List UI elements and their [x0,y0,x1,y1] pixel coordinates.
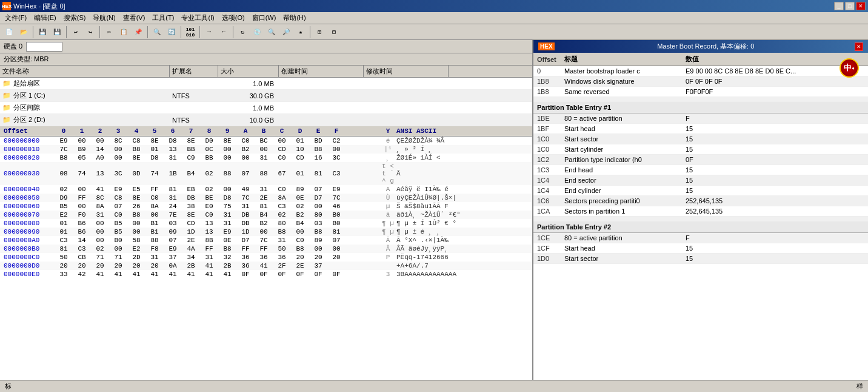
hex-byte[interactable]: 00 [273,137,291,144]
menu-navigate[interactable]: 导航(N) [89,12,119,24]
drive-input[interactable] [26,42,62,52]
hex-byte[interactable]: 37 [309,262,327,269]
hex-byte[interactable]: B8 [291,245,309,252]
hex-byte[interactable]: 07 [236,170,255,177]
hex-byte[interactable]: 36 [273,254,291,261]
hex-byte[interactable]: 41 [109,271,127,278]
hex-byte[interactable]: 00 [91,237,109,244]
hex-byte[interactable]: 00 [73,137,91,144]
file-row[interactable]: 📁 起始扇区 1.0 MB [0,78,532,90]
hex-byte[interactable]: D8 [145,154,164,161]
hex-byte[interactable]: 00 [73,203,91,210]
save-button[interactable]: 💾 [36,25,49,39]
hex-byte[interactable]: 75 [218,203,236,210]
hex-byte[interactable]: B8 [309,228,327,235]
file-row[interactable]: 📁 分区 1 (C:) NTFS 30.0 GB [0,90,532,102]
hex-byte[interactable]: 20 [127,262,145,269]
hex-byte[interactable]: B5 [109,220,127,227]
hex-byte[interactable]: 00 [109,245,127,252]
hex-byte[interactable]: B8 [127,146,145,153]
hex-byte[interactable]: 2D [127,254,145,261]
hex-byte[interactable]: 8E [127,154,145,161]
hex-byte[interactable]: FF [236,245,255,252]
hex-byte[interactable]: E2 [127,245,145,252]
hex-byte[interactable]: C0 [236,137,255,144]
hex-byte[interactable]: C0 [273,154,291,161]
hex-byte[interactable]: 1B [164,170,182,177]
new-button[interactable]: 📄 [2,25,16,39]
hex-byte[interactable]: 13 [91,170,109,177]
hex-byte[interactable]: 00 [145,211,164,218]
right-content[interactable]: Offset 标题 数值 0 Master bootstrap loader c… [533,53,868,392]
hex-byte[interactable]: 31 [273,237,291,244]
hex-byte[interactable]: 8E [182,211,200,218]
hex-data-row[interactable]: 0000000A0 C31400B05888072E8B0ED77C31C089… [0,236,532,245]
hex-data-row[interactable]: 000000030 0874133C0D741BB402880788670181… [0,162,532,185]
hex-byte[interactable]: C0 [200,211,218,218]
save-all-button[interactable]: 💾 [50,25,64,39]
hex-byte[interactable]: 8C [91,194,109,201]
hex-byte[interactable]: 10 [291,146,309,153]
right-close-button[interactable]: ✕ [855,42,863,51]
hex-byte[interactable]: 07 [164,237,182,244]
hex-byte[interactable]: 50 [55,254,73,261]
hex-byte[interactable]: 7C [55,146,73,153]
hex-byte[interactable]: 01 [55,228,73,235]
hex-byte[interactable]: 01 [291,170,309,177]
hex-byte[interactable]: 16 [309,154,327,161]
hex-byte[interactable]: B0 [327,220,346,227]
mbr-row[interactable]: 1B8 Same reversed F0F0F0F [533,87,868,97]
menu-options[interactable]: 选项(O) [218,12,249,24]
hex-byte[interactable]: 88 [255,170,273,177]
hex-byte[interactable]: 31 [218,220,236,227]
hex-byte[interactable]: CD [291,154,309,161]
hex-byte[interactable]: B0 [327,211,346,218]
hex-byte[interactable]: 71 [91,254,109,261]
hex-byte[interactable]: 58 [127,237,145,244]
hex-byte[interactable]: 36 [236,262,255,269]
hex-byte[interactable]: 81 [309,170,327,177]
menu-search[interactable]: 搜索(S) [60,12,90,24]
hex-byte[interactable]: 00 [91,220,109,227]
hex-byte[interactable]: 37 [164,254,182,261]
hex-byte[interactable]: 14 [73,237,91,244]
hex-byte[interactable]: 33 [55,271,73,278]
hex-byte[interactable]: 0D [127,170,145,177]
hex-byte[interactable]: 7C [327,194,346,201]
chinese-input-button[interactable]: 中♦ [840,58,859,78]
hex-button[interactable]: 101010 [184,25,197,39]
hex-byte[interactable]: 0C [200,146,218,153]
hex-byte[interactable]: 0E [218,237,236,244]
hex-byte[interactable]: 0F [236,271,255,278]
hex-byte[interactable]: C8 [109,194,127,201]
hex-byte[interactable]: 02 [55,186,73,193]
hex-byte[interactable]: B4 [291,220,309,227]
hex-data-row[interactable]: 000000040 020041E9E5FF81EB02004931C08907… [0,185,532,194]
hex-byte[interactable]: 00 [255,228,273,235]
hex-byte[interactable]: 31 [255,154,273,161]
menu-window[interactable]: 窗口(W) [249,12,280,24]
partition1-row[interactable]: 1C3 End head 15 [533,165,868,175]
hex-byte[interactable]: 49 [236,186,255,193]
hex-byte[interactable]: 8B [200,237,218,244]
hex-byte[interactable]: 0F [327,271,346,278]
hex-byte[interactable]: 00 [109,154,127,161]
hex-byte[interactable]: FF [145,186,164,193]
hex-byte[interactable]: E2 [55,211,73,218]
hex-byte[interactable]: D9 [55,194,73,201]
hex-data-row[interactable]: 000000060 B5008A07268A2438E0753181C30200… [0,202,532,211]
hex-byte[interactable]: FF [73,194,91,201]
hex-byte[interactable]: E9 [218,228,236,235]
maximize-button[interactable]: □ [845,2,855,10]
open-button[interactable]: 📂 [17,25,30,39]
hex-byte[interactable]: 00 [218,186,236,193]
menu-file[interactable]: 文件(F) [1,12,30,24]
hex-byte[interactable]: E9 [327,186,346,193]
hex-byte[interactable]: CD [273,146,291,153]
hex-byte[interactable]: 00 [327,146,346,153]
hex-byte[interactable]: D8 [164,137,182,144]
hex-byte[interactable]: 41 [91,186,109,193]
hex-byte[interactable]: 0F [309,271,327,278]
hex-byte[interactable]: C9 [182,154,200,161]
hex-byte[interactable]: FF [255,245,273,252]
